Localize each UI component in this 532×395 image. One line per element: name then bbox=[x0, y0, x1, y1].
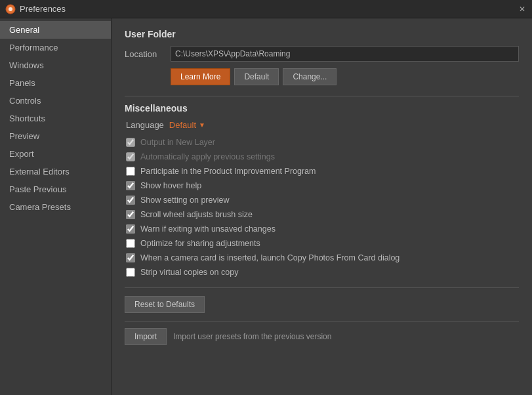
checkbox-output-new-layer-input[interactable] bbox=[126, 138, 135, 147]
main-layout: General Performance Windows Panels Contr… bbox=[0, 18, 532, 395]
checkbox-warn-unsaved: Warn if exiting with unsaved changes bbox=[125, 224, 519, 234]
checkbox-warn-unsaved-input[interactable] bbox=[126, 224, 135, 234]
divider-1 bbox=[125, 96, 519, 96]
misc-title: Miscellaneous bbox=[125, 103, 519, 114]
user-folder-title: User Folder bbox=[125, 29, 519, 39]
checkbox-improvement-program-label: Participate in the Product Improvement P… bbox=[140, 167, 316, 176]
checkbox-strip-virtual: Strip virtual copies on copy bbox=[125, 268, 519, 277]
checkbox-camera-card-input[interactable] bbox=[126, 253, 135, 262]
checkbox-setting-preview-label: Show setting on preview bbox=[140, 196, 230, 205]
close-button[interactable]: ✕ bbox=[518, 5, 527, 14]
user-folder-row: Location bbox=[125, 46, 519, 62]
sidebar-item-windows[interactable]: Windows bbox=[0, 56, 111, 74]
learn-more-button[interactable]: Learn More bbox=[171, 68, 230, 85]
checkbox-scroll-brush-label: Scroll wheel adjusts brush size bbox=[140, 210, 253, 219]
button-row: Learn More Default Change... bbox=[125, 68, 519, 85]
checkbox-strip-virtual-input[interactable] bbox=[126, 268, 135, 277]
checkbox-hover-help-input[interactable] bbox=[126, 181, 135, 190]
change-button[interactable]: Change... bbox=[283, 68, 337, 85]
checkbox-optimize-sharing-input[interactable] bbox=[126, 239, 135, 248]
sidebar-item-external-editors[interactable]: External Editors bbox=[0, 163, 111, 180]
sidebar-item-shortcuts[interactable]: Shortcuts bbox=[0, 110, 111, 127]
sidebar-item-panels[interactable]: Panels bbox=[0, 74, 111, 92]
chevron-down-icon: ▼ bbox=[199, 121, 205, 129]
app-icon bbox=[5, 4, 16, 14]
import-button[interactable]: Import bbox=[125, 328, 167, 345]
sidebar: General Performance Windows Panels Contr… bbox=[0, 18, 112, 395]
checkbox-optimize-sharing: Optimize for sharing adjustments bbox=[125, 239, 519, 248]
checkbox-setting-preview-input[interactable] bbox=[126, 196, 135, 205]
checkbox-scroll-brush: Scroll wheel adjusts brush size bbox=[125, 210, 519, 219]
checkbox-hover-help-label: Show hover help bbox=[140, 181, 201, 190]
checkbox-output-new-layer: Output in New Layer bbox=[125, 138, 519, 147]
language-label: Language bbox=[126, 120, 164, 130]
svg-point-1 bbox=[9, 7, 12, 11]
checkbox-strip-virtual-label: Strip virtual copies on copy bbox=[140, 268, 238, 277]
sidebar-item-preview[interactable]: Preview bbox=[0, 127, 111, 145]
language-value: Default bbox=[169, 120, 196, 130]
checkbox-hover-help: Show hover help bbox=[125, 181, 519, 190]
language-row: Language Default ▼ bbox=[125, 120, 519, 130]
sidebar-item-controls[interactable]: Controls bbox=[0, 92, 111, 110]
import-row: Import Import user presets from the prev… bbox=[125, 321, 519, 345]
location-input[interactable] bbox=[171, 46, 519, 62]
import-description: Import user presets from the previous ve… bbox=[173, 332, 331, 341]
bottom-section: Reset to Defaults Import Import user pre… bbox=[125, 287, 519, 345]
reset-button-container: Reset to Defaults bbox=[125, 296, 519, 313]
checkbox-improvement-program: Participate in the Product Improvement P… bbox=[125, 167, 519, 176]
sidebar-item-export[interactable]: Export bbox=[0, 145, 111, 163]
sidebar-item-general[interactable]: General bbox=[0, 21, 111, 39]
language-select-container[interactable]: Default ▼ bbox=[169, 120, 205, 130]
checkbox-auto-apply-label: Automatically apply previous settings bbox=[140, 152, 275, 161]
checkbox-warn-unsaved-label: Warn if exiting with unsaved changes bbox=[140, 224, 276, 234]
location-label: Location bbox=[125, 49, 171, 59]
checkbox-scroll-brush-input[interactable] bbox=[126, 210, 135, 219]
misc-section: Miscellaneous Language Default ▼ Output … bbox=[125, 103, 519, 277]
checkbox-optimize-sharing-label: Optimize for sharing adjustments bbox=[140, 239, 260, 248]
content-area: User Folder Location Learn More Default … bbox=[112, 18, 532, 395]
checkbox-output-new-layer-label: Output in New Layer bbox=[140, 138, 215, 147]
checkbox-improvement-program-input[interactable] bbox=[126, 167, 135, 176]
checkbox-auto-apply-input[interactable] bbox=[126, 152, 135, 161]
window-title: Preferences bbox=[20, 4, 518, 14]
sidebar-item-camera-presets[interactable]: Camera Presets bbox=[0, 198, 111, 216]
checkbox-camera-card-label: When a camera card is inserted, launch C… bbox=[140, 253, 399, 262]
checkbox-auto-apply: Automatically apply previous settings bbox=[125, 152, 519, 161]
checkbox-camera-card: When a camera card is inserted, launch C… bbox=[125, 253, 519, 262]
sidebar-item-paste-previous[interactable]: Paste Previous bbox=[0, 180, 111, 198]
checkbox-setting-preview: Show setting on preview bbox=[125, 196, 519, 205]
sidebar-item-performance[interactable]: Performance bbox=[0, 39, 111, 56]
reset-to-defaults-button[interactable]: Reset to Defaults bbox=[125, 296, 205, 313]
default-button[interactable]: Default bbox=[234, 68, 279, 85]
title-bar: Preferences ✕ bbox=[0, 0, 532, 18]
